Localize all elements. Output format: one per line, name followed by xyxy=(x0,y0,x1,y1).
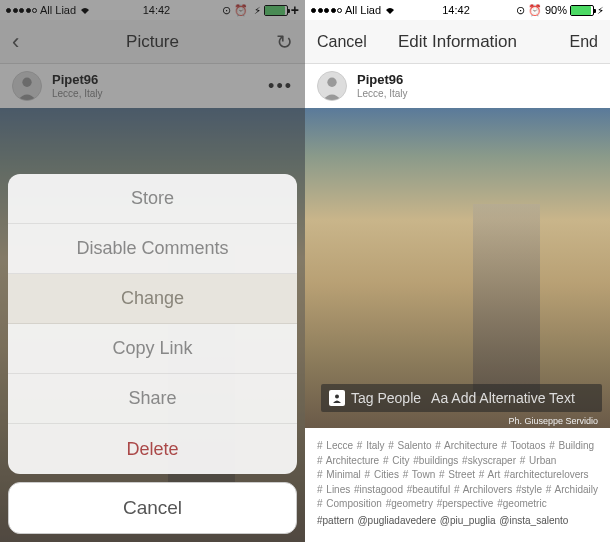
username-label[interactable]: Pipet96 xyxy=(357,73,408,87)
caption-line: # Composition #geometry #perspective #ge… xyxy=(317,497,598,512)
tag-people-label: Tag People xyxy=(351,390,421,406)
end-button[interactable]: End xyxy=(548,33,598,51)
sheet-item-store[interactable]: Store xyxy=(8,174,297,224)
status-bar: All Liad 14:42 ⊙ ⏰ 90% ⚡︎ xyxy=(305,0,610,20)
nav-bar: Cancel Edit Information End xyxy=(305,20,610,64)
sheet-item-disable-comments[interactable]: Disable Comments xyxy=(8,224,297,274)
author-row: Pipet96 Lecce, Italy xyxy=(305,64,610,108)
signal-dots-icon xyxy=(311,8,342,13)
sheet-item-change[interactable]: Change xyxy=(8,274,297,324)
sheet-item-delete[interactable]: Delete xyxy=(8,424,297,474)
person-icon xyxy=(329,390,345,406)
caption-input[interactable]: # Lecce # Italy # Salento # Architecture… xyxy=(305,429,610,542)
tag-people-bar[interactable]: Tag People Aa Add Alternative Text xyxy=(321,384,602,412)
svg-point-1 xyxy=(327,78,336,87)
carrier-label: All Liad xyxy=(345,4,381,16)
add-alt-text-label: Aa Add Alternative Text xyxy=(431,390,575,406)
charging-icon: ⚡︎ xyxy=(597,5,604,16)
wifi-icon xyxy=(384,4,396,16)
cancel-button[interactable]: Cancel xyxy=(317,33,367,51)
battery-percent-label: 90% xyxy=(545,4,567,16)
sheet-cancel-button[interactable]: Cancel xyxy=(8,482,297,534)
caption-line: # Architecture # City #buildings #skyscr… xyxy=(317,454,598,469)
post-image[interactable] xyxy=(305,108,610,428)
svg-point-2 xyxy=(335,395,339,399)
battery-icon xyxy=(570,5,594,16)
clock-label: 14:42 xyxy=(442,4,470,16)
location-label[interactable]: Lecce, Italy xyxy=(357,88,408,99)
caption-line: #pattern @pugliadavedere @piu_puglia @in… xyxy=(317,514,598,529)
photo-credit: Ph. Giuseppe Servidio xyxy=(508,416,598,426)
alarm-icon-2: ⏰ xyxy=(528,4,542,17)
alarm-icon: ⊙ xyxy=(516,4,525,17)
nav-title: Edit Information xyxy=(398,32,517,52)
action-sheet: Store Disable Comments Change Copy Link … xyxy=(8,174,297,542)
caption-line: # Lines #instagood #beautiful # Archilov… xyxy=(317,483,598,498)
caption-line: # Minimal # Cities # Town # Street # Art… xyxy=(317,468,598,483)
sheet-item-share[interactable]: Share xyxy=(8,374,297,424)
avatar[interactable] xyxy=(317,71,347,101)
sheet-item-copy-link[interactable]: Copy Link xyxy=(8,324,297,374)
caption-line: # Lecce # Italy # Salento # Architecture… xyxy=(317,439,598,454)
